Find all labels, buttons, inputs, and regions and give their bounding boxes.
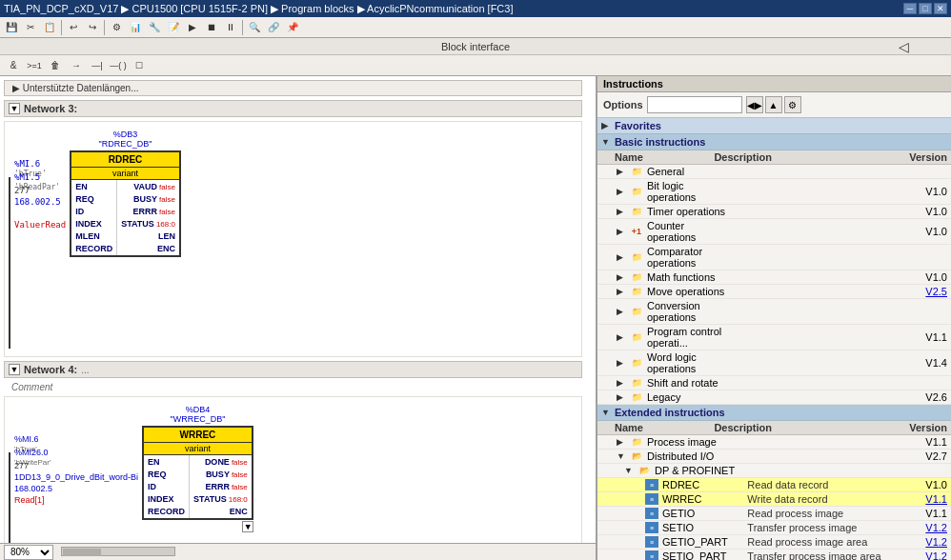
search-prev-btn[interactable]: ◀▶ bbox=[746, 96, 763, 113]
wrrec-left-pins: EN REQ ID INDEX RECORD bbox=[144, 455, 189, 518]
tb-sep-2 bbox=[104, 20, 105, 35]
favorites-header[interactable]: ▶ Favorites bbox=[597, 118, 951, 134]
wrrec-block-body[interactable]: WRREC variant EN REQ ID INDEX bbox=[142, 426, 253, 520]
ext-item-getio-part[interactable]: ≡ GETIO_PART Read process image area V1.… bbox=[597, 535, 951, 550]
wrrec-req-signal: %MI26.0 bbox=[14, 447, 138, 458]
wrrec-index-signal: 168.002.5 bbox=[14, 483, 138, 494]
network4-block-area: %MI.6 'bTrue' %MI26.0 'bWritePar' 277 bbox=[14, 405, 253, 531]
tb-btn-9[interactable]: 📝 bbox=[164, 19, 183, 36]
ext-item-distributed-io[interactable]: ▼ 📂 Distributed I/O V2.7 bbox=[597, 450, 951, 464]
ext-item-setio[interactable]: ≡ SETIO Transfer process image V1.2 bbox=[597, 521, 951, 535]
wrrec-id-signal2: 1DD13_9_0_Drive_dBit_word-Bi bbox=[14, 471, 138, 483]
unsupported-bar[interactable]: ▶ Unterstützte Datenlängen... bbox=[4, 80, 582, 96]
zoom-selector[interactable]: 80% 100% 50% bbox=[4, 545, 53, 560]
basic-item-general[interactable]: ▶ 📁 General bbox=[597, 165, 951, 179]
main-toolbar: 💾 ✂ 📋 ↩ ↪ ⚙ 📊 🔧 📝 ▶ ⏹ ⏸ 🔍 🔗 📌 ◁ bbox=[0, 17, 951, 38]
basic-item-move[interactable]: ▶ 📁 Move operations V2.5 bbox=[597, 285, 951, 299]
folder-icon-4: 📁 bbox=[630, 251, 643, 263]
basic-item-conversion[interactable]: ▶ 📁 Conversion operations bbox=[597, 299, 951, 325]
search-options-btn[interactable]: ⚙ bbox=[784, 96, 801, 113]
right-panel: Instructions Options ◀▶ ▲ ⚙ ▶ Favorites bbox=[597, 76, 951, 560]
collapse-panel-btn[interactable]: ◁ bbox=[894, 38, 913, 55]
ext-item-setio-part[interactable]: ≡ SETIO_PART Transfer process image area… bbox=[597, 550, 951, 560]
horizontal-scrollbar[interactable] bbox=[61, 547, 175, 556]
rdrec-req-signal: %MI.5 bbox=[14, 171, 66, 183]
network4-collapse-btn[interactable]: ▼ bbox=[9, 364, 20, 375]
tb-btn-4[interactable]: ↩ bbox=[64, 19, 83, 36]
setio-part-icon: ≡ bbox=[645, 550, 658, 560]
basic-item-comparator[interactable]: ▶ 📁 Comparator operations bbox=[597, 245, 951, 270]
minimize-button[interactable]: ─ bbox=[903, 3, 917, 14]
tb2-del[interactable]: 🗑 bbox=[46, 57, 65, 74]
wrrec-record-signal: Read[1] bbox=[14, 494, 138, 506]
close-button[interactable]: ✕ bbox=[934, 3, 947, 14]
tb-btn-12[interactable]: ⏸ bbox=[221, 19, 240, 36]
basic-item-legacy[interactable]: ▶ 📁 Legacy V2.6 bbox=[597, 390, 951, 405]
left-panel: ▶ Unterstützte Datenlängen... ▼ Network … bbox=[0, 76, 597, 560]
basic-instructions-header[interactable]: ▼ Basic instructions bbox=[597, 134, 951, 150]
counter-icon: +1 bbox=[630, 226, 643, 237]
wrrec-inputs: %MI.6 'bTrue' %MI26.0 'bWritePar' 277 bbox=[14, 433, 138, 506]
rdrec-instance-db: "RDREC_DB" bbox=[70, 139, 181, 149]
rdrec-area: %MI.6 'bTrue' %MI.5 'bReadPar' 277 bbox=[14, 130, 181, 257]
tb-btn-15[interactable]: 📌 bbox=[283, 19, 302, 36]
tb2-box[interactable]: ☐ bbox=[130, 57, 149, 74]
wrrec-instance-name: %DB4 bbox=[142, 405, 253, 414]
rdrec-header: RDREC bbox=[71, 152, 179, 168]
title-bar-buttons[interactable]: ─ □ ✕ bbox=[903, 3, 947, 14]
ext-col-desc: Description bbox=[714, 422, 905, 433]
network3-section: ▼ Network 3: bbox=[4, 100, 582, 357]
ext-item-rdrec[interactable]: ≡ RDREC Read data record V1.0 bbox=[597, 478, 951, 492]
basic-item-bit-logic[interactable]: ▶ 📁 Bit logic operations V1.0 bbox=[597, 179, 951, 205]
tb2-ge1[interactable]: >=1 bbox=[25, 57, 44, 74]
tb-btn-7[interactable]: 📊 bbox=[126, 19, 145, 36]
setio-icon: ≡ bbox=[645, 522, 658, 533]
folder-icon-6: 📁 bbox=[630, 286, 643, 297]
search-input[interactable] bbox=[647, 96, 742, 113]
ext-item-getio[interactable]: ≡ GETIO Read process image V1.1 bbox=[597, 507, 951, 521]
wrrec-dropdown[interactable]: ▼ bbox=[142, 522, 253, 531]
ext-item-process-image[interactable]: ▶ 📁 Process image V1.1 bbox=[597, 435, 951, 450]
basic-item-counter[interactable]: ▶ +1 Counter operations V1.0 bbox=[597, 219, 951, 245]
tb2-nc[interactable]: —| bbox=[88, 57, 107, 74]
basic-item-math[interactable]: ▶ 📁 Math functions V1.0 bbox=[597, 270, 951, 285]
tb-btn-10[interactable]: ▶ bbox=[183, 19, 202, 36]
rdrec-inputs: %MI.6 'bTrue' %MI.5 'bReadPar' 277 bbox=[14, 158, 66, 230]
tb-btn-1[interactable]: 💾 bbox=[2, 19, 21, 36]
tb-btn-13[interactable]: 🔍 bbox=[245, 19, 264, 36]
tb-btn-3[interactable]: 📋 bbox=[40, 19, 59, 36]
tb-btn-5[interactable]: ↪ bbox=[83, 19, 102, 36]
network3-collapse-btn[interactable]: ▼ bbox=[9, 103, 20, 114]
tb2-arrow[interactable]: → bbox=[67, 57, 86, 74]
ext-item-wrrec[interactable]: ≡ WRREC Write data record V1.1 bbox=[597, 492, 951, 507]
tb-btn-14[interactable]: 🔗 bbox=[264, 19, 283, 36]
folder-icon-13: 📂 bbox=[630, 450, 643, 462]
network4-header: ▼ Network 4: ... bbox=[4, 361, 582, 378]
basic-item-shift-rotate[interactable]: ▶ 📁 Shift and rotate bbox=[597, 376, 951, 390]
search-next-btn[interactable]: ▲ bbox=[765, 96, 782, 113]
scrollbar-bottom[interactable] bbox=[61, 547, 592, 558]
basic-item-word-logic[interactable]: ▶ 📁 Word logic operations V1.4 bbox=[597, 350, 951, 376]
wrrec-right-pins: DONEfalse BUSYfalse ERRRfalse STATUS168:… bbox=[189, 455, 252, 518]
getio-part-icon: ≡ bbox=[645, 536, 658, 548]
basic-item-program-ctrl[interactable]: ▶ 📁 Program control operati... V1.1 bbox=[597, 325, 951, 350]
maximize-button[interactable]: □ bbox=[919, 3, 932, 14]
ext-item-dp-profinet[interactable]: ▼ 📂 DP & PROFINET bbox=[597, 464, 951, 478]
wrrec-subheader: variant bbox=[144, 443, 252, 455]
network4-comment: Comment bbox=[4, 380, 582, 394]
tb-btn-6[interactable]: ⚙ bbox=[107, 19, 126, 36]
folder-icon-2: 📁 bbox=[630, 186, 643, 197]
basic-item-timer[interactable]: ▶ 📁 Timer operations V1.0 bbox=[597, 205, 951, 219]
rdrec-block-body[interactable]: RDREC variant EN REQ ID INDEX bbox=[70, 150, 181, 257]
network4-dots: ... bbox=[81, 365, 89, 375]
extended-instructions-header[interactable]: ▼ Extended instructions bbox=[597, 405, 951, 421]
tb-btn-8[interactable]: 🔧 bbox=[145, 19, 164, 36]
network4-diagram: %MI.6 'bTrue' %MI26.0 'bWritePar' 277 bbox=[9, 405, 577, 543]
tb-btn-11[interactable]: ⏹ bbox=[202, 19, 221, 36]
favorites-label: Favorites bbox=[615, 120, 661, 131]
tb2-and[interactable]: & bbox=[4, 57, 23, 74]
wrrec-block: %DB4 "WRREC_DB" WRREC variant EN bbox=[142, 405, 253, 531]
tb2-coil[interactable]: —( ) bbox=[109, 57, 128, 74]
tb-btn-2[interactable]: ✂ bbox=[21, 19, 40, 36]
ext-col-ver: Version bbox=[909, 422, 947, 433]
